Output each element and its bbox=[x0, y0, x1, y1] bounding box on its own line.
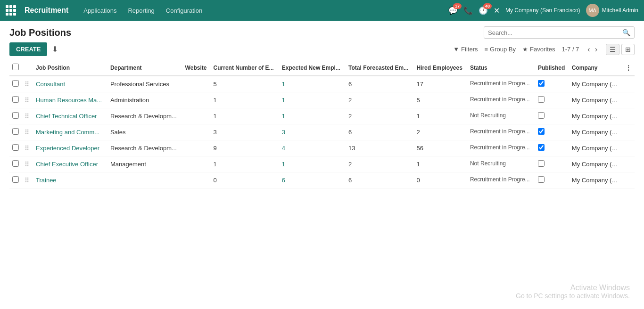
row-drag-handle[interactable]: ⠿ bbox=[22, 76, 33, 92]
cell-website bbox=[182, 92, 211, 108]
row-checkbox[interactable] bbox=[12, 176, 19, 183]
menu-reporting[interactable]: Reporting bbox=[123, 5, 159, 16]
col-website[interactable]: Website bbox=[182, 60, 211, 76]
published-checkbox[interactable] bbox=[538, 96, 545, 103]
row-checkbox[interactable] bbox=[12, 96, 19, 103]
main-menu: Applications Reporting Configuration bbox=[79, 5, 207, 16]
row-checkbox[interactable] bbox=[12, 144, 19, 151]
row-drag-handle[interactable]: ⠿ bbox=[22, 108, 33, 124]
chat-icon[interactable]: 💬 17 bbox=[448, 6, 458, 15]
filter-icon: ▼ bbox=[453, 46, 459, 53]
job-position-link[interactable]: Trainee bbox=[36, 177, 57, 184]
col-current-emp[interactable]: Current Number of E... bbox=[211, 60, 279, 76]
drag-icon: ⠿ bbox=[25, 129, 29, 136]
job-position-link[interactable]: Human Resources Ma... bbox=[36, 97, 102, 104]
filters-button[interactable]: ▼ Filters bbox=[453, 46, 478, 53]
row-drag-handle[interactable]: ⠿ bbox=[22, 172, 33, 188]
next-page-button[interactable]: › bbox=[593, 45, 599, 54]
status-value: Recruitment in Progre... bbox=[470, 176, 530, 183]
create-button[interactable]: CREATE bbox=[9, 42, 47, 56]
drag-icon: ⠿ bbox=[25, 97, 29, 104]
table-row: ⠿ Experienced Developer Research & Devel… bbox=[9, 140, 635, 156]
job-position-link[interactable]: Chief Technical Officer bbox=[36, 113, 97, 120]
expected-new-value[interactable]: 6 bbox=[282, 177, 285, 184]
group-icon: ≡ bbox=[485, 46, 488, 53]
col-status[interactable]: Status bbox=[467, 60, 535, 76]
published-checkbox[interactable] bbox=[538, 176, 545, 183]
published-checkbox[interactable] bbox=[538, 144, 545, 151]
expected-new-value[interactable]: 1 bbox=[282, 161, 285, 168]
prev-page-button[interactable]: ‹ bbox=[586, 45, 592, 54]
settings-icon[interactable]: ✕ bbox=[494, 6, 500, 15]
cell-hired: 17 bbox=[413, 76, 467, 92]
expected-new-value[interactable]: 4 bbox=[282, 145, 285, 152]
cell-job-position: Experienced Developer bbox=[33, 140, 107, 156]
expected-new-value[interactable]: 1 bbox=[282, 81, 285, 88]
star-icon: ★ bbox=[522, 46, 528, 53]
row-drag-handle[interactable]: ⠿ bbox=[22, 124, 33, 140]
published-checkbox[interactable] bbox=[538, 160, 545, 167]
table-body: ⠿ Consultant Professional Services 5 1 6… bbox=[9, 76, 635, 188]
row-checkbox-cell bbox=[9, 140, 22, 156]
clock-icon[interactable]: 🕐 40 bbox=[479, 6, 488, 15]
search-input[interactable] bbox=[488, 29, 619, 36]
cell-website bbox=[182, 172, 211, 188]
col-expected-new[interactable]: Expected New Empl... bbox=[279, 60, 346, 76]
col-published[interactable]: Published bbox=[535, 60, 569, 76]
job-position-link[interactable]: Marketing and Comm... bbox=[36, 129, 99, 136]
row-drag-handle[interactable]: ⠿ bbox=[22, 92, 33, 108]
cell-expected-new: 1 bbox=[279, 92, 346, 108]
col-job-position[interactable]: Job Position bbox=[33, 60, 107, 76]
job-position-link[interactable]: Consultant bbox=[36, 81, 65, 88]
cell-total-forecast: 6 bbox=[346, 76, 413, 92]
job-position-link[interactable]: Chief Executive Officer bbox=[36, 161, 98, 168]
published-checkbox[interactable] bbox=[538, 112, 545, 119]
group-by-button[interactable]: ≡ Group By bbox=[485, 46, 516, 53]
favorites-button[interactable]: ★ Favorites bbox=[522, 46, 555, 53]
kanban-view-button[interactable]: ⊞ bbox=[621, 44, 635, 55]
published-checkbox[interactable] bbox=[538, 128, 545, 135]
col-department[interactable]: Department bbox=[107, 60, 182, 76]
row-checkbox-cell bbox=[9, 92, 22, 108]
row-drag-handle[interactable]: ⠿ bbox=[22, 156, 33, 172]
col-hired[interactable]: Hired Employees bbox=[413, 60, 467, 76]
drag-icon: ⠿ bbox=[25, 113, 29, 120]
apps-icon[interactable] bbox=[6, 5, 16, 16]
table-row: ⠿ Chief Technical Officer Research & Dev… bbox=[9, 108, 635, 124]
published-checkbox[interactable] bbox=[538, 80, 545, 87]
cell-website bbox=[182, 76, 211, 92]
row-drag-handle[interactable]: ⠿ bbox=[22, 140, 33, 156]
top-navigation: Recruitment Applications Reporting Confi… bbox=[0, 0, 644, 21]
search-icon[interactable]: 🔍 bbox=[622, 29, 630, 36]
phone-icon[interactable]: 📞 bbox=[463, 6, 473, 15]
drag-icon: ⠿ bbox=[25, 145, 29, 152]
col-total-forecast[interactable]: Total Forecasted Em... bbox=[346, 60, 413, 76]
cell-options bbox=[623, 108, 635, 124]
menu-applications[interactable]: Applications bbox=[79, 5, 121, 16]
list-view-button[interactable]: ☰ bbox=[606, 44, 619, 55]
table-header: Job Position Department Website Current … bbox=[9, 60, 635, 76]
cell-status: Not Recruiting bbox=[467, 108, 535, 124]
cell-department: Research & Developm... bbox=[107, 140, 182, 156]
expected-new-value[interactable]: 1 bbox=[282, 97, 285, 104]
row-checkbox[interactable] bbox=[12, 112, 19, 119]
row-checkbox[interactable] bbox=[12, 80, 19, 87]
cell-status: Recruitment in Progre... bbox=[467, 140, 535, 156]
cell-company: My Company (San Fr... bbox=[569, 124, 623, 140]
user-menu[interactable]: MA Mitchell Admin bbox=[586, 4, 638, 17]
expected-new-value[interactable]: 3 bbox=[282, 129, 285, 136]
expected-new-value[interactable]: 1 bbox=[282, 113, 285, 120]
drag-icon: ⠿ bbox=[25, 161, 29, 168]
cell-published bbox=[535, 92, 569, 108]
job-position-link[interactable]: Experienced Developer bbox=[36, 145, 99, 152]
download-icon[interactable]: ⬇ bbox=[52, 45, 58, 54]
data-table-wrap: Job Position Department Website Current … bbox=[0, 60, 644, 188]
row-checkbox[interactable] bbox=[12, 128, 19, 135]
row-checkbox[interactable] bbox=[12, 160, 19, 167]
select-all-checkbox[interactable] bbox=[12, 64, 19, 70]
cell-current-emp: 1 bbox=[211, 92, 279, 108]
cell-hired: 0 bbox=[413, 172, 467, 188]
page-title: Job Positions bbox=[9, 27, 71, 38]
col-company[interactable]: Company bbox=[569, 60, 623, 76]
menu-configuration[interactable]: Configuration bbox=[161, 5, 207, 16]
